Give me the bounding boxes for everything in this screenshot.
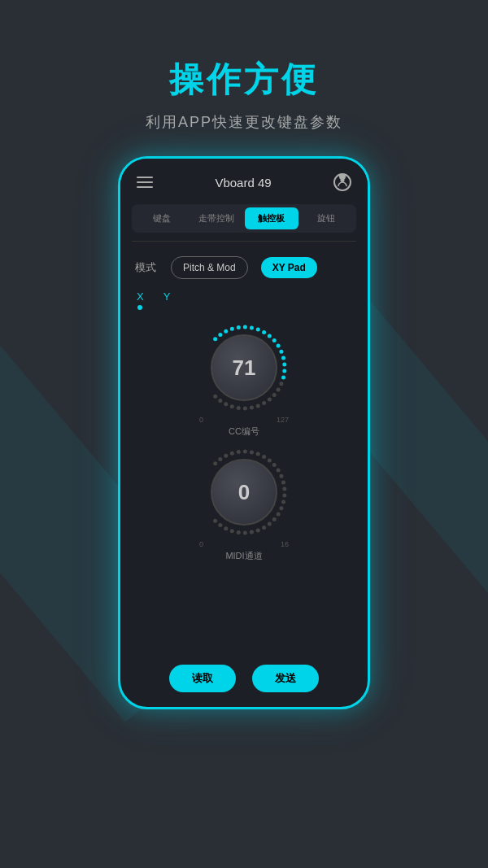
svg-point-50	[272, 517, 277, 521]
svg-point-40	[268, 459, 272, 463]
svg-point-5	[237, 325, 241, 329]
svg-point-12	[277, 344, 281, 348]
pitch-mod-button[interactable]: Pitch & Mod	[171, 256, 248, 279]
tab-touchpad[interactable]: 触控板	[245, 207, 298, 229]
svg-point-9	[262, 330, 266, 334]
svg-point-47	[281, 500, 285, 504]
svg-point-32	[218, 457, 222, 461]
phone-header: Vboard 49	[120, 159, 368, 199]
knob-midi-min: 0	[199, 540, 203, 548]
svg-point-48	[279, 506, 283, 510]
user-icon[interactable]	[333, 173, 351, 191]
knob-midi-face: 0	[211, 459, 277, 526]
xy-labels: X Y	[120, 286, 368, 312]
svg-point-37	[250, 450, 254, 454]
svg-point-25	[243, 406, 247, 410]
svg-point-35	[237, 450, 241, 454]
phone-wrapper: Vboard 49 键盘 走带控制 触控板 旋钮 模式 Pitch & Mod …	[0, 156, 488, 709]
svg-point-41	[272, 463, 277, 467]
knob-midi: 0 0 16 MIDI通道	[199, 447, 289, 562]
knob-cc-face: 71	[211, 334, 277, 401]
xy-pad-button[interactable]: XY Pad	[261, 257, 317, 278]
svg-point-31	[213, 461, 217, 465]
x-dot	[137, 305, 142, 310]
svg-point-26	[237, 406, 241, 410]
knob-cc-outer[interactable]: 71	[199, 323, 289, 412]
svg-point-24	[250, 406, 254, 410]
mode-row: 模式 Pitch & Mod XY Pad	[120, 250, 368, 286]
svg-point-36	[243, 450, 247, 454]
svg-point-10	[268, 334, 272, 338]
knob-midi-value: 0	[238, 480, 250, 505]
svg-point-42	[277, 469, 281, 473]
tab-keyboard[interactable]: 键盘	[135, 207, 189, 229]
knob-midi-max: 16	[281, 540, 289, 548]
svg-point-52	[262, 526, 266, 530]
svg-point-54	[250, 530, 254, 534]
y-label: Y	[163, 290, 171, 303]
svg-point-28	[224, 402, 228, 406]
svg-point-18	[279, 382, 283, 386]
svg-point-11	[272, 338, 277, 342]
knob-midi-name: MIDI通道	[225, 550, 262, 562]
read-button[interactable]: 读取	[169, 665, 236, 692]
x-label: X	[137, 290, 144, 303]
main-title: 操作方便	[0, 57, 488, 103]
svg-point-22	[262, 401, 266, 405]
svg-point-57	[230, 529, 234, 533]
svg-point-4	[230, 327, 234, 331]
svg-point-15	[282, 362, 286, 366]
svg-point-13	[279, 350, 283, 354]
svg-point-27	[230, 404, 234, 408]
knob-cc-range: 0 127	[199, 416, 289, 424]
svg-point-55	[243, 530, 247, 534]
tab-knobs[interactable]: 旋钮	[300, 207, 354, 229]
menu-icon[interactable]	[137, 177, 153, 188]
svg-point-7	[250, 325, 254, 329]
svg-point-39	[262, 455, 266, 459]
svg-point-59	[218, 523, 222, 527]
svg-point-16	[282, 369, 286, 373]
svg-point-3	[224, 329, 228, 334]
svg-point-17	[281, 376, 285, 380]
mode-label: 模式	[135, 260, 158, 275]
phone-title: Vboard 49	[215, 176, 271, 190]
svg-point-6	[243, 325, 247, 329]
knob-midi-outer[interactable]: 0	[199, 447, 289, 537]
svg-point-58	[224, 526, 228, 530]
svg-point-43	[279, 474, 283, 478]
tab-bar: 键盘 走带控制 触控板 旋钮	[132, 204, 356, 233]
svg-point-51	[268, 521, 272, 526]
divider	[132, 241, 356, 242]
knob-cc-name: CC编号	[229, 425, 259, 438]
svg-point-21	[268, 397, 272, 401]
svg-point-45	[282, 486, 286, 491]
svg-point-14	[281, 355, 285, 360]
knob-cc-min: 0	[199, 416, 203, 424]
svg-point-23	[256, 403, 260, 408]
svg-point-60	[213, 519, 217, 523]
knob-cc: 71 0 127 CC编号	[199, 323, 289, 438]
svg-point-20	[272, 393, 277, 397]
svg-point-46	[282, 494, 286, 498]
svg-point-38	[256, 452, 260, 456]
header-section: 操作方便 利用APP快速更改键盘参数	[0, 0, 488, 156]
svg-point-29	[218, 399, 222, 403]
bottom-buttons: 读取 发送	[120, 653, 368, 707]
knob-section: 71 0 127 CC编号 0	[120, 312, 368, 653]
send-button[interactable]: 发送	[252, 665, 319, 692]
svg-point-34	[230, 451, 234, 456]
svg-point-30	[213, 395, 217, 399]
svg-point-56	[237, 530, 241, 534]
knob-cc-value: 71	[233, 355, 256, 381]
knob-cc-max: 127	[277, 416, 289, 424]
svg-point-53	[256, 528, 260, 532]
knob-midi-range: 0 16	[199, 540, 289, 548]
tab-transport[interactable]: 走带控制	[190, 207, 244, 229]
svg-point-33	[224, 454, 228, 458]
svg-point-8	[256, 328, 260, 332]
svg-point-19	[277, 387, 281, 391]
svg-point-1	[213, 337, 217, 341]
phone-mockup: Vboard 49 键盘 走带控制 触控板 旋钮 模式 Pitch & Mod …	[118, 156, 370, 709]
svg-point-44	[281, 480, 285, 484]
